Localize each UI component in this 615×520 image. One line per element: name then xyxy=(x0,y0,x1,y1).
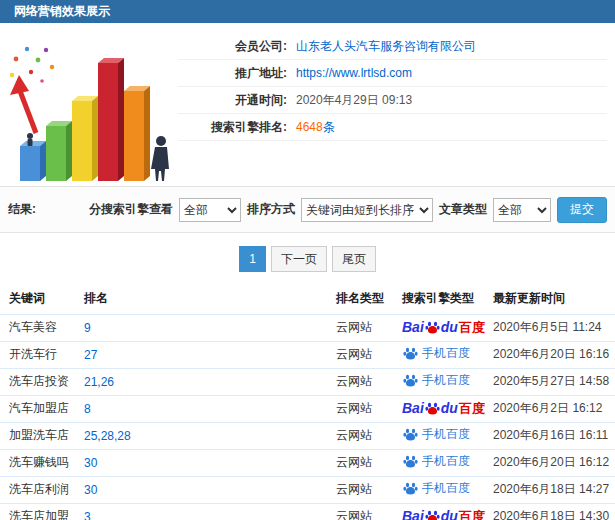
rank-link[interactable]: 9 xyxy=(84,321,91,335)
column-header: 最新更新时间 xyxy=(493,284,615,314)
info-field-row: 开通时间:2020年4月29日 09:13 xyxy=(178,87,607,114)
results-table-body: 汽车美容9云网站Baidu百度2020年6月5日 11:24开洗车行27云网站手… xyxy=(0,314,615,520)
baidu-paw-icon xyxy=(403,481,418,496)
pagination: 1 下一页 尾页 xyxy=(0,233,615,284)
rank-link[interactable]: 30 xyxy=(84,483,97,497)
keyword-cell: 汽车美容 xyxy=(0,314,84,341)
engine-cell: Baidu百度 xyxy=(402,314,493,341)
rank-cell: 8 xyxy=(84,395,336,422)
rank-cell: 30 xyxy=(84,449,336,476)
baidu-logo-du: du xyxy=(441,320,458,334)
rank-type-cell: 云网站 xyxy=(336,395,402,422)
article-type-select[interactable]: 全部 xyxy=(493,198,551,222)
updated-time-cell: 2020年6月16日 16:11 xyxy=(493,422,615,449)
table-row: 洗车店利润30云网站手机百度2020年6月18日 14:27 xyxy=(0,476,615,503)
rank-type-cell: 云网站 xyxy=(336,368,402,395)
baidu-logo-bai: Bai xyxy=(402,509,424,520)
sort-filter-select[interactable]: 关键词由短到长排序 xyxy=(301,198,433,222)
engine-filter-select[interactable]: 全部 xyxy=(179,198,241,222)
info-field-label: 会员公司: xyxy=(178,38,296,55)
mobile-baidu-label: 手机百度 xyxy=(422,428,470,440)
rank-cell: 3 xyxy=(84,503,336,520)
baidu-paw-icon xyxy=(403,373,418,388)
rank-link[interactable]: 25,28,28 xyxy=(84,429,131,443)
updated-time-cell: 2020年6月2日 16:12 xyxy=(493,395,615,422)
keyword-cell: 加盟洗车店 xyxy=(0,422,84,449)
submit-button[interactable]: 提交 xyxy=(557,197,607,223)
info-field-label: 搜索引擎排名: xyxy=(178,119,296,136)
table-row: 洗车赚钱吗30云网站手机百度2020年6月20日 16:12 xyxy=(0,449,615,476)
baidu-paw-icon xyxy=(425,509,440,520)
mobile-baidu-label: 手机百度 xyxy=(422,482,470,494)
title-bar: 网络营销效果展示 xyxy=(0,0,615,23)
engine-cell: 手机百度 xyxy=(402,476,493,503)
engine-cell: 手机百度 xyxy=(402,449,493,476)
engine-cell: 手机百度 xyxy=(402,341,493,368)
baidu-logo-cn: 百度 xyxy=(459,402,485,415)
baidu-logo: Baidu百度 xyxy=(402,320,485,335)
baidu-logo-bai: Bai xyxy=(402,320,424,334)
page-button-next[interactable]: 下一页 xyxy=(271,246,327,272)
baidu-paw-icon xyxy=(403,454,418,469)
baidu-logo-bai: Bai xyxy=(402,401,424,415)
growth-chart-illustration xyxy=(0,29,178,186)
engine-cell: 手机百度 xyxy=(402,422,493,449)
info-field-label: 推广地址: xyxy=(178,65,296,82)
updated-time-cell: 2020年6月20日 16:16 xyxy=(493,341,615,368)
rank-link[interactable]: 3 xyxy=(84,510,91,520)
rank-link[interactable]: 27 xyxy=(84,348,97,362)
rank-link[interactable]: 30 xyxy=(84,456,97,470)
info-section: 会员公司:山东老人头汽车服务咨询有限公司推广地址:https://www.lrt… xyxy=(0,23,615,186)
table-row: 洗车店投资21,26云网站手机百度2020年5月27日 14:58 xyxy=(0,368,615,395)
mobile-baidu-logo: 手机百度 xyxy=(402,373,470,388)
table-row: 开洗车行27云网站手机百度2020年6月20日 16:16 xyxy=(0,341,615,368)
column-header: 排名类型 xyxy=(336,284,402,314)
mobile-baidu-label: 手机百度 xyxy=(422,374,470,386)
keyword-cell: 汽车加盟店 xyxy=(0,395,84,422)
engine-cell: 手机百度 xyxy=(402,368,493,395)
info-fields: 会员公司:山东老人头汽车服务咨询有限公司推广地址:https://www.lrt… xyxy=(178,29,607,186)
mobile-baidu-logo: 手机百度 xyxy=(402,346,470,361)
info-field-value: 2020年4月29日 09:13 xyxy=(296,92,412,109)
mobile-baidu-logo: 手机百度 xyxy=(402,454,470,469)
baidu-paw-icon xyxy=(425,320,440,335)
sort-filter-label: 排序方式 xyxy=(247,201,295,218)
article-type-label: 文章类型 xyxy=(439,201,487,218)
page-title: 网络营销效果展示 xyxy=(14,3,110,20)
rank-link[interactable]: 8 xyxy=(84,402,91,416)
info-field-link[interactable]: 山东老人头汽车服务咨询有限公司 xyxy=(296,39,476,53)
baidu-logo: Baidu百度 xyxy=(402,401,485,416)
info-field-row: 搜索引擎排名:4648条 xyxy=(178,114,607,141)
results-table: 关键词排名排名类型搜索引擎类型最新更新时间 汽车美容9云网站Baidu百度202… xyxy=(0,284,615,520)
table-row: 汽车加盟店8云网站Baidu百度2020年6月2日 16:12 xyxy=(0,395,615,422)
updated-time-cell: 2020年5月27日 14:58 xyxy=(493,368,615,395)
results-filter-bar: 结果: 分搜索引擎查看 全部 排序方式 关键词由短到长排序 文章类型 全部 提交 xyxy=(0,186,615,233)
info-field-value: 4648条 xyxy=(296,119,335,136)
keyword-cell: 洗车店加盟 xyxy=(0,503,84,520)
filter-controls: 分搜索引擎查看 全部 排序方式 关键词由短到长排序 文章类型 全部 提交 xyxy=(89,197,607,223)
rank-cell: 25,28,28 xyxy=(84,422,336,449)
table-row: 汽车美容9云网站Baidu百度2020年6月5日 11:24 xyxy=(0,314,615,341)
rank-cell: 9 xyxy=(84,314,336,341)
keyword-cell: 洗车店利润 xyxy=(0,476,84,503)
rank-link[interactable]: 21,26 xyxy=(84,375,114,389)
growth-chart-svg xyxy=(0,29,178,185)
rank-type-cell: 云网站 xyxy=(336,503,402,520)
page-button-last[interactable]: 尾页 xyxy=(332,246,376,272)
rank-type-cell: 云网站 xyxy=(336,476,402,503)
baidu-logo-du: du xyxy=(441,509,458,520)
baidu-paw-icon xyxy=(403,346,418,361)
baidu-logo-du: du xyxy=(441,401,458,415)
keyword-cell: 洗车店投资 xyxy=(0,368,84,395)
info-field-label: 开通时间: xyxy=(178,92,296,109)
rank-type-cell: 云网站 xyxy=(336,449,402,476)
info-field-link[interactable]: https://www.lrtlsd.com xyxy=(296,66,412,80)
results-label: 结果: xyxy=(8,201,36,218)
page-button-current[interactable]: 1 xyxy=(239,246,266,272)
info-field-value: 山东老人头汽车服务咨询有限公司 xyxy=(296,38,476,55)
rank-type-cell: 云网站 xyxy=(336,314,402,341)
engine-cell: Baidu百度 xyxy=(402,395,493,422)
baidu-paw-icon xyxy=(425,401,440,416)
keyword-cell: 开洗车行 xyxy=(0,341,84,368)
rank-cell: 30 xyxy=(84,476,336,503)
